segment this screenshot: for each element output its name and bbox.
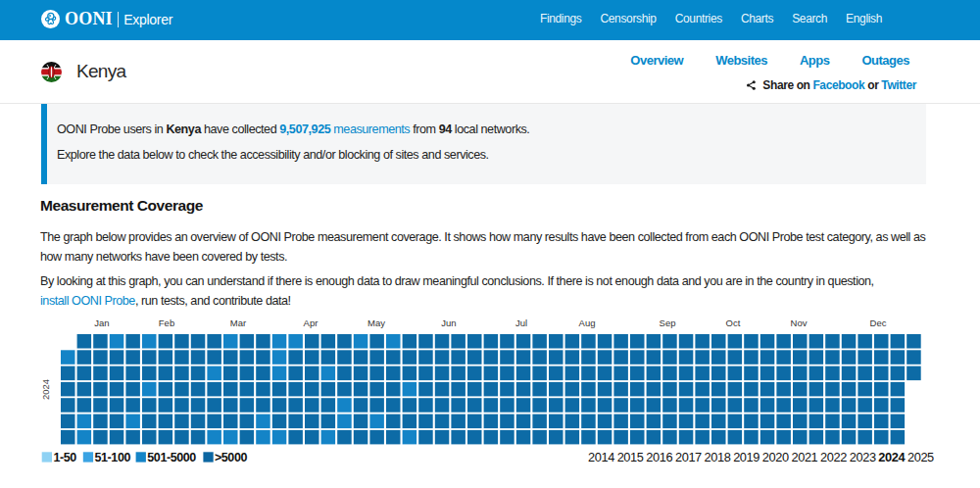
svg-text:2016: 2016 [646, 450, 672, 464]
svg-text:Aug: Aug [579, 317, 596, 328]
svg-text:2014: 2014 [588, 450, 614, 464]
svg-text:2022: 2022 [820, 450, 847, 464]
svg-text:>5000: >5000 [215, 451, 248, 464]
svg-text:Jan: Jan [94, 317, 109, 328]
svg-text:2024: 2024 [878, 450, 906, 464]
svg-text:Nov: Nov [791, 317, 808, 328]
svg-text:Jul: Jul [515, 317, 527, 328]
svg-text:2015: 2015 [617, 450, 644, 464]
svg-text:51-100: 51-100 [95, 451, 131, 464]
svg-text:2019: 2019 [733, 450, 760, 464]
svg-text:May: May [368, 317, 385, 328]
svg-text:Feb: Feb [159, 317, 174, 328]
svg-text:2023: 2023 [850, 450, 876, 464]
svg-text:2021: 2021 [791, 450, 817, 464]
svg-text:2018: 2018 [705, 450, 731, 464]
svg-text:Oct: Oct [726, 317, 741, 328]
svg-text:Mar: Mar [230, 317, 246, 328]
svg-text:2017: 2017 [675, 450, 702, 464]
svg-text:Jun: Jun [441, 317, 456, 328]
svg-text:2024: 2024 [40, 379, 51, 400]
svg-text:Apr: Apr [304, 317, 318, 328]
svg-text:1-50: 1-50 [54, 451, 77, 464]
svg-text:501-5000: 501-5000 [147, 451, 196, 464]
svg-text:Sep: Sep [660, 317, 676, 328]
svg-text:2025: 2025 [907, 450, 934, 464]
svg-text:2020: 2020 [762, 450, 789, 464]
svg-text:Dec: Dec [870, 317, 887, 328]
